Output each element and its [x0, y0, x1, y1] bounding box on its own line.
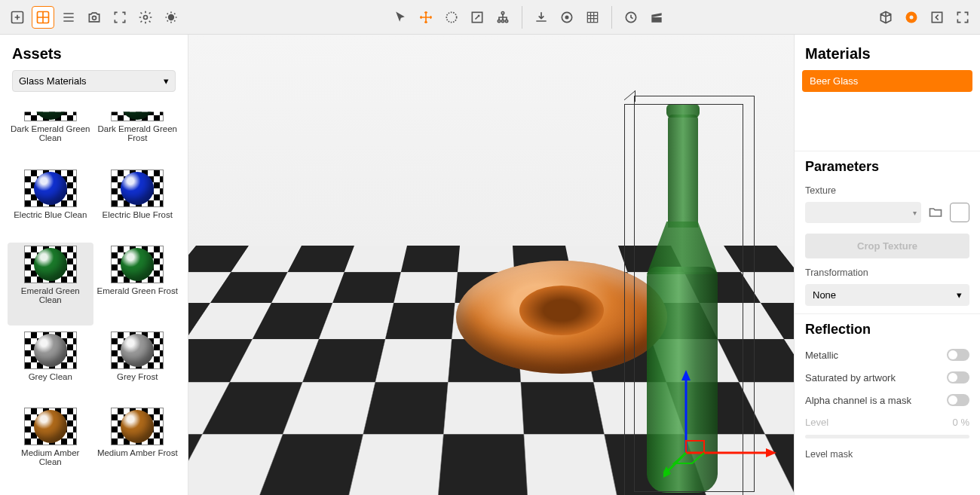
texture-dropdown[interactable]: ▾	[805, 202, 921, 223]
asset-label: Electric Blue Frost	[96, 210, 179, 219]
move-icon[interactable]	[415, 6, 437, 29]
asset-thumbnail	[111, 408, 164, 445]
asset-thumbnail	[111, 170, 164, 207]
asset-thumbnail	[24, 408, 77, 445]
asset-thumbnail	[24, 246, 77, 283]
material-icon[interactable]	[900, 6, 923, 29]
asset-label: Grey Clean	[9, 372, 92, 381]
crop-texture-button: Crop Texture	[805, 234, 969, 258]
clapper-icon[interactable]	[645, 6, 668, 29]
cube-icon[interactable]	[874, 6, 897, 29]
asset-item[interactable]: Dark Emerald Green Frost	[95, 99, 181, 163]
asset-item[interactable]: Medium Amber Frost	[95, 405, 181, 487]
chevron-down-icon: ▾	[957, 289, 962, 301]
asset-label: Medium Amber Clean	[9, 448, 92, 466]
assets-dropdown-label: Glass Materials	[19, 75, 87, 87]
asset-thumbnail	[24, 102, 77, 121]
asset-thumbnail	[111, 246, 164, 283]
svg-point-10	[505, 20, 507, 22]
grid-view-icon[interactable]	[32, 6, 54, 29]
asset-thumbnail	[111, 102, 164, 121]
level-label: Level	[805, 417, 828, 428]
asset-label: Grey Frost	[96, 372, 179, 381]
metallic-toggle[interactable]	[947, 349, 969, 361]
svg-point-9	[501, 20, 504, 22]
gear-icon[interactable]	[134, 6, 157, 29]
asset-thumbnail	[24, 332, 77, 369]
asset-item[interactable]: Emerald Green Frost	[95, 243, 181, 325]
focus-icon[interactable]	[109, 6, 131, 29]
asset-thumbnail	[111, 332, 164, 369]
asset-item[interactable]: Electric Blue Frost	[95, 167, 181, 240]
camera-icon[interactable]	[83, 6, 106, 29]
cursor-icon[interactable]	[389, 6, 412, 29]
transformation-dropdown[interactable]: None ▾	[805, 284, 969, 306]
brightness-icon[interactable]	[160, 6, 182, 29]
alpha-label: Alpha channel is a mask	[805, 395, 911, 406]
top-toolbar	[0, 0, 980, 35]
scale-icon[interactable]	[466, 6, 488, 29]
add-icon[interactable]	[6, 6, 29, 29]
metallic-label: Metallic	[805, 350, 838, 361]
saturated-toggle[interactable]	[947, 371, 969, 383]
chevron-down-icon: ▾	[164, 75, 169, 87]
materials-panel: Materials Beer Glass Parameters Texture …	[794, 35, 980, 495]
asset-item[interactable]: Medium Amber Clean	[8, 405, 93, 487]
svg-rect-13	[587, 12, 597, 22]
viewport-3d[interactable]	[188, 35, 794, 495]
level-slider[interactable]	[805, 435, 969, 438]
assets-grid: Dark Emerald Green CleanDark Emerald Gre…	[5, 99, 183, 487]
saturated-label: Saturated by artwork	[805, 372, 896, 383]
transformation-value: None	[813, 289, 836, 301]
svg-point-2	[93, 16, 96, 20]
ground-icon[interactable]	[530, 6, 553, 29]
asset-item[interactable]: Emerald Green Clean	[8, 243, 93, 325]
asset-item[interactable]: Dark Emerald Green Clean	[8, 99, 93, 163]
svg-rect-17	[932, 12, 942, 22]
assets-category-dropdown[interactable]: Glass Materials ▾	[12, 70, 176, 92]
asset-label: Emerald Green Frost	[96, 286, 179, 295]
svg-point-16	[910, 15, 914, 19]
folder-icon[interactable]	[926, 202, 945, 223]
texture-label: Texture	[795, 181, 980, 199]
level-value: 0 %	[953, 417, 969, 428]
svg-point-8	[498, 20, 500, 22]
time-icon[interactable]	[620, 6, 642, 29]
rotate-icon[interactable]	[440, 6, 463, 29]
texture-grid-icon[interactable]	[581, 6, 604, 29]
asset-label: Medium Amber Frost	[96, 448, 179, 457]
svg-point-7	[501, 11, 504, 14]
asset-label: Emerald Green Clean	[9, 286, 92, 304]
asset-label: Electric Blue Clean	[9, 210, 92, 219]
material-item-selected[interactable]: Beer Glass	[802, 70, 972, 92]
asset-item[interactable]: Grey Frost	[95, 328, 181, 402]
asset-label: Dark Emerald Green Clean	[9, 124, 92, 142]
materials-title: Materials	[795, 42, 980, 70]
alpha-toggle[interactable]	[947, 394, 969, 406]
fullscreen-icon[interactable]	[951, 6, 974, 29]
pivot-icon[interactable]	[556, 6, 578, 29]
svg-point-4	[169, 14, 174, 20]
svg-point-3	[144, 15, 148, 19]
svg-point-5	[446, 12, 456, 22]
assets-panel: Assets Glass Materials ▾ Dark Emerald Gr…	[0, 35, 188, 495]
asset-item[interactable]: Grey Clean	[8, 328, 93, 402]
asset-item[interactable]: Electric Blue Clean	[8, 167, 93, 240]
expand-panel-icon[interactable]	[926, 6, 948, 29]
texture-swatch[interactable]	[950, 203, 969, 222]
assets-title: Assets	[5, 42, 183, 70]
asset-thumbnail	[24, 170, 77, 207]
transformation-label: Transformation	[795, 263, 980, 281]
reflection-title: Reflection	[795, 313, 980, 344]
level-mask-label: Level mask	[795, 445, 980, 463]
svg-point-12	[565, 16, 568, 18]
parameters-title: Parameters	[795, 151, 980, 181]
selection-bounding-box	[624, 104, 743, 495]
hierarchy-icon[interactable]	[492, 6, 514, 29]
list-view-icon[interactable]	[57, 6, 80, 29]
asset-label: Dark Emerald Green Frost	[96, 124, 179, 142]
